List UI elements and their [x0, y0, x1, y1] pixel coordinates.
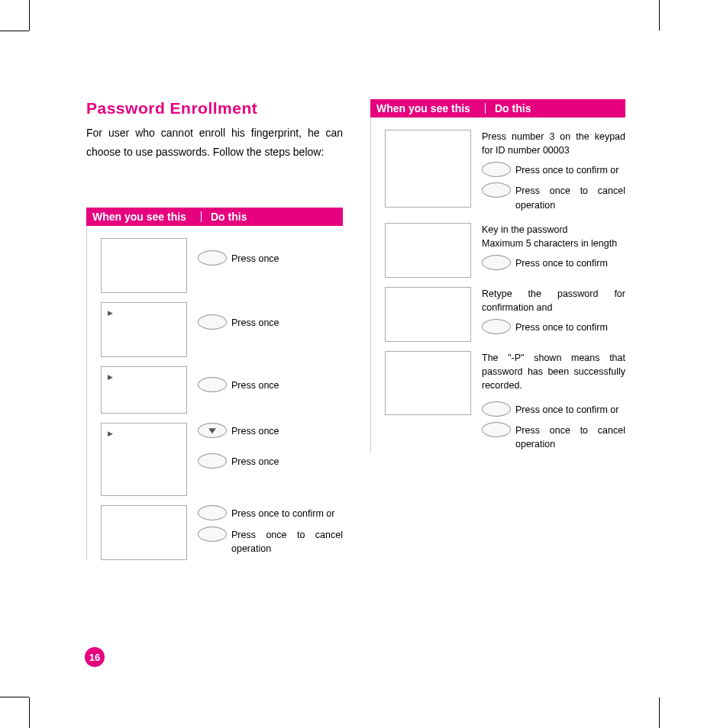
action-cell: Press once Press once — [198, 423, 343, 473]
crop-mark — [29, 697, 30, 728]
keypad-button-icon — [198, 250, 227, 266]
action-text: Press once — [231, 423, 343, 438]
action-text: Press once to confirm — [515, 255, 625, 270]
action-text: Press once — [231, 314, 343, 330]
header-col-do: Do this — [202, 211, 247, 223]
step-description: The "-P" shown means that password has b… — [482, 351, 625, 392]
action-text: Press once to confirm or — [515, 401, 625, 417]
table-header: When you see this Do this — [86, 208, 343, 226]
right-column: When you see this Do this Press number 3… — [370, 99, 625, 569]
header-col-when: When you see this — [370, 102, 485, 114]
table-row: ▶ Press once — [101, 302, 343, 357]
keypad-button-icon — [198, 453, 227, 469]
table-row: Press once — [101, 238, 343, 293]
page: Password Enrollment For user who cannot … — [29, 31, 660, 697]
table-row: ▶ Press once — [101, 366, 343, 414]
table-row: Press number 3 on the keypad for ID numb… — [385, 130, 625, 214]
action-cell: Press once — [198, 238, 343, 271]
crop-mark — [29, 0, 30, 31]
right-table-body: Press number 3 on the keypad for ID numb… — [370, 118, 625, 453]
keypad-button-icon — [482, 401, 511, 417]
action-cell: The "-P" shown means that password has b… — [482, 351, 625, 453]
crop-mark — [0, 697, 29, 697]
table-row: Press once to confirm or Press once to c… — [101, 505, 343, 560]
action-cell: Key in the password Maximum 5 characters… — [482, 223, 625, 275]
device-screen — [385, 223, 471, 278]
keypad-button-icon — [482, 255, 511, 270]
step-description: Retype the password for confirmation and — [482, 287, 625, 314]
action-text: Press once — [231, 377, 343, 392]
header-col-do: Do this — [486, 102, 531, 114]
crop-mark — [659, 0, 660, 31]
action-cell: Retype the password for confirmation and… — [482, 287, 625, 340]
device-screen: ▶ — [101, 302, 187, 357]
action-text: Press once to confirm or — [515, 162, 625, 177]
action-text: Press once — [231, 250, 343, 266]
left-column: Password Enrollment For user who cannot … — [86, 99, 343, 569]
table-row: Retype the password for confirmation and… — [385, 287, 625, 342]
action-text: Press once — [231, 453, 343, 469]
crop-mark — [0, 31, 29, 31]
action-cell: Press number 3 on the keypad for ID numb… — [482, 130, 625, 214]
down-button-icon — [198, 423, 227, 438]
cursor-icon: ▶ — [108, 430, 113, 437]
device-screen — [385, 287, 471, 342]
device-screen: ▶ — [101, 423, 187, 496]
step-description: Press number 3 on the keypad for ID numb… — [482, 130, 625, 157]
device-screen — [385, 351, 471, 415]
page-number: 16 — [89, 652, 100, 663]
device-screen: ▶ — [101, 366, 187, 414]
step-description: Key in the password Maximum 5 characters… — [482, 223, 625, 250]
device-screen — [385, 130, 471, 208]
page-number-badge: 16 — [85, 647, 105, 667]
keypad-button-icon — [482, 319, 511, 334]
intro-text: For user who cannot enroll his fingerpri… — [86, 124, 343, 162]
cursor-icon: ▶ — [108, 309, 113, 317]
keypad-button-icon — [198, 505, 227, 520]
action-text: Press once to cancel operation — [231, 527, 343, 556]
device-screen — [101, 238, 187, 293]
section-title: Password Enrollment — [86, 99, 343, 118]
crop-mark — [659, 697, 660, 728]
left-table-body: Press once ▶ Press once — [86, 226, 343, 560]
action-text: Press once to cancel operation — [515, 182, 625, 211]
keypad-button-icon — [482, 182, 511, 198]
action-cell: Press once to confirm or Press once to c… — [198, 505, 343, 556]
keypad-button-icon — [198, 377, 227, 392]
action-text: Press once to confirm or — [231, 505, 343, 520]
table-row: The "-P" shown means that password has b… — [385, 351, 625, 453]
action-cell: Press once — [198, 366, 343, 398]
action-text: Press once to cancel operation — [515, 422, 625, 451]
table-row: ▶ Press once Press once — [101, 423, 343, 496]
keypad-button-icon — [198, 314, 227, 330]
header-col-when: When you see this — [86, 211, 201, 223]
device-screen — [101, 505, 187, 560]
table-row: Key in the password Maximum 5 characters… — [385, 223, 625, 278]
cursor-icon: ▶ — [108, 373, 113, 381]
keypad-button-icon — [482, 422, 511, 437]
keypad-button-icon — [482, 162, 511, 177]
table-header: When you see this Do this — [370, 99, 625, 118]
keypad-button-icon — [198, 527, 227, 542]
action-text: Press once to confirm — [515, 319, 625, 334]
action-cell: Press once — [198, 302, 343, 335]
